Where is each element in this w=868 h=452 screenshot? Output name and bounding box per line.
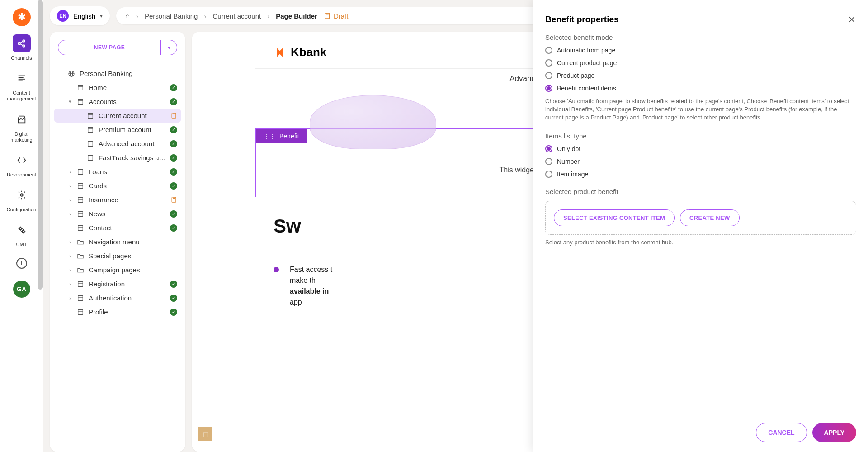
page-tree-panel: NEW PAGE ▾ Personal BankingHome✓▾Account… [50, 32, 185, 452]
expand-icon[interactable]: › [67, 183, 73, 189]
expand-icon[interactable]: › [67, 281, 73, 287]
draft-icon [324, 12, 331, 19]
expand-icon[interactable]: › [67, 267, 73, 273]
tree-row[interactable]: Profile✓ [54, 305, 181, 319]
tree-row[interactable]: ›Loans✓ [54, 165, 181, 179]
rail-digital-marketing[interactable]: Digital marketing [4, 110, 40, 143]
list-type-option[interactable]: Only dot [545, 145, 856, 152]
tree-row[interactable]: Current account [54, 109, 181, 123]
rail-label: Channels [11, 55, 32, 61]
widget-handle[interactable]: ⋮⋮ Benefit [256, 129, 307, 143]
tree-row[interactable]: Premium account✓ [54, 123, 181, 137]
new-page-button[interactable]: NEW PAGE [58, 40, 161, 55]
shop-icon [13, 110, 31, 128]
svg-rect-24 [173, 113, 175, 114]
expand-icon[interactable]: › [67, 295, 73, 301]
rail-content-mgmt[interactable]: Content management [4, 69, 40, 102]
benefit-mode-option[interactable]: Current product page [545, 59, 856, 67]
breadcrumb-item[interactable]: Personal Banking [145, 12, 198, 20]
avatar[interactable]: GA [13, 281, 30, 298]
tree-row[interactable]: ›Campaign pages [54, 263, 181, 277]
language-switcher[interactable]: EN English ▾ [50, 6, 110, 25]
rail-scrollbar[interactable] [38, 0, 43, 290]
new-page-dropdown[interactable]: ▾ [161, 40, 177, 55]
tree-row[interactable]: ›Insurance [54, 193, 181, 207]
tree-label: Premium account [99, 126, 166, 133]
logo-mark-icon [274, 46, 286, 59]
benefit-mode-option[interactable]: Product page [545, 72, 856, 79]
list-type-option[interactable]: Item image [545, 171, 856, 178]
tree-label: News [89, 210, 166, 218]
rail-channels[interactable]: Channels [4, 34, 40, 61]
tree-label: Profile [89, 308, 166, 316]
nav-rail: ✱ Channels Content management Digital ma… [0, 0, 43, 452]
tree-row[interactable]: Personal Banking [54, 67, 181, 81]
close-icon [847, 15, 856, 24]
page-icon [77, 224, 85, 232]
close-button[interactable] [847, 15, 856, 24]
radio-icon [545, 158, 552, 165]
list-section-label: Items list type [545, 132, 856, 140]
site-logo[interactable]: Kbank [274, 45, 326, 59]
radio-label: Product page [557, 72, 594, 79]
expand-icon[interactable]: › [67, 239, 73, 245]
svg-rect-13 [326, 13, 328, 14]
tree-row[interactable]: ›Registration✓ [54, 277, 181, 291]
create-new-button[interactable]: CREATE NEW [680, 209, 739, 226]
expand-icon[interactable]: › [67, 211, 73, 217]
lang-name: English [73, 12, 95, 20]
tree-label: Personal Banking [80, 70, 177, 77]
radio-icon [545, 171, 552, 178]
content-picker-zone: SELECT EXISTING CONTENT ITEM CREATE NEW [545, 201, 856, 235]
expand-icon[interactable]: › [67, 253, 73, 259]
info-icon[interactable]: i [16, 258, 27, 269]
drag-icon: ⋮⋮ [263, 133, 276, 140]
page-icon [77, 84, 85, 91]
breadcrumb-item[interactable]: Current account [212, 12, 261, 20]
cancel-button[interactable]: CANCEL [756, 423, 807, 442]
rail-configuration[interactable]: Configuration [4, 186, 40, 213]
benefit-mode-option[interactable]: Benefit content items [545, 85, 856, 92]
tree-row[interactable]: ›Special pages [54, 249, 181, 263]
select-existing-button[interactable]: SELECT EXISTING CONTENT ITEM [554, 209, 675, 226]
breadcrumb-sep: › [136, 12, 138, 20]
tree-row[interactable]: Advanced account✓ [54, 137, 181, 151]
app-logo[interactable]: ✱ [13, 8, 31, 26]
status-draft-icon [170, 196, 177, 204]
tree-row[interactable]: ▾Accounts✓ [54, 95, 181, 109]
expand-icon[interactable]: › [67, 169, 73, 175]
page-icon [77, 281, 85, 288]
benefit-mode-option[interactable]: Automatic from page [545, 47, 856, 54]
status-published-icon: ✓ [170, 182, 177, 190]
selected-section-label: Selected product benefit [545, 188, 856, 195]
expand-icon[interactable]: › [67, 197, 73, 203]
tree-label: Home [89, 84, 166, 91]
radio-label: Automatic from page [557, 47, 615, 54]
svg-line-4 [20, 44, 23, 46]
apply-button[interactable]: APPLY [812, 423, 856, 442]
radio-label: Item image [557, 171, 588, 178]
tree-row[interactable]: ›News✓ [54, 207, 181, 221]
rail-umt[interactable]: UMT [4, 221, 40, 247]
tree-row[interactable]: FastTrack savings account✓ [54, 151, 181, 165]
status-published-icon: ✓ [170, 295, 177, 302]
divider [58, 62, 177, 62]
home-icon[interactable]: ⌂ [125, 12, 130, 20]
tree-label: Navigation menu [89, 238, 177, 246]
tree-label: Cards [89, 182, 166, 190]
tree-row[interactable]: ›Navigation menu [54, 235, 181, 249]
rail-development[interactable]: Development [4, 151, 40, 178]
tree-row[interactable]: ›Authentication✓ [54, 291, 181, 305]
status-published-icon: ✓ [170, 140, 177, 147]
svg-line-3 [20, 41, 23, 43]
page-icon [77, 182, 85, 190]
tree-row[interactable]: ›Cards✓ [54, 179, 181, 193]
tree-row[interactable]: Contact✓ [54, 221, 181, 235]
page-icon [77, 168, 85, 176]
expand-icon[interactable]: ▾ [67, 99, 73, 105]
list-type-option[interactable]: Number [545, 158, 856, 165]
radio-label: Current product page [557, 59, 617, 67]
svg-rect-27 [88, 141, 93, 146]
tree-row[interactable]: Home✓ [54, 81, 181, 95]
canvas-toggle-button[interactable]: ◻ [198, 427, 212, 441]
